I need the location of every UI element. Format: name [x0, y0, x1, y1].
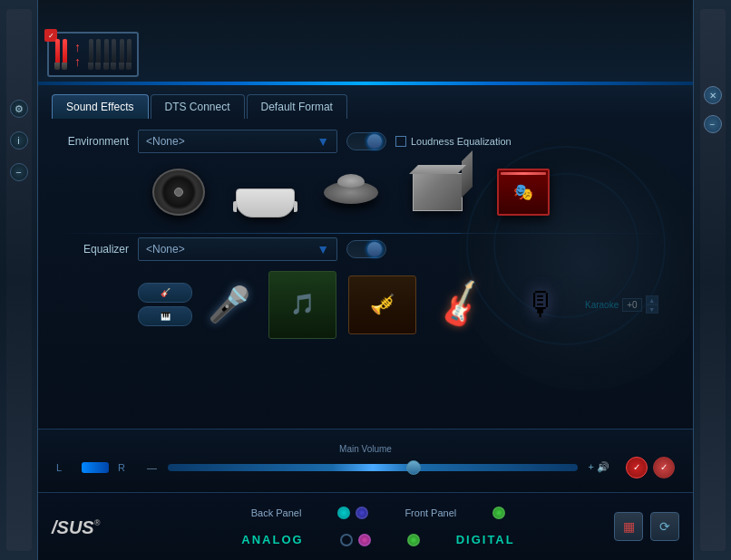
tab-sound-effects[interactable]: Sound Effects	[52, 94, 149, 119]
tab-dts-connect[interactable]: DTS Connect	[151, 94, 245, 119]
env-icon-box[interactable]	[401, 160, 473, 224]
center-content: ✓ ↑ ↑	[38, 0, 693, 560]
inactive-connector-3	[119, 39, 132, 70]
volume-section: Main Volume L R — + 🔊 ✓ ✓	[38, 429, 693, 492]
sidebar-icon-info[interactable]: i	[10, 131, 28, 150]
eq-guitar-icon: 🎸	[161, 288, 171, 297]
env-icon-stone[interactable]	[315, 160, 387, 224]
front-connector-1[interactable]	[492, 507, 505, 519]
back-panel-label: Back Panel	[251, 507, 302, 518]
volume-right-label: R	[118, 462, 136, 473]
eq-dropdown-arrow-icon: ▼	[317, 242, 329, 256]
panel-row: Back Panel Front Panel	[251, 507, 506, 519]
footer-center: Back Panel Front Panel ANALOG	[142, 507, 614, 546]
environment-dropdown[interactable]: <None> ▼	[138, 130, 337, 153]
footer-button-2[interactable]: ⟳	[650, 512, 679, 541]
connector-display: ✓ ↑ ↑	[47, 32, 139, 77]
dropdown-arrow-icon: ▼	[317, 134, 329, 149]
eq-icon-concert[interactable]: 🎵	[266, 268, 338, 341]
equalizer-value: <None>	[146, 243, 185, 256]
active-connector[interactable]	[54, 39, 67, 70]
equalizer-label: Equalizer	[56, 243, 129, 256]
left-sidebar-inner: ⚙ i −	[6, 9, 32, 551]
eq-icon-mic[interactable]: 🎙	[505, 268, 578, 341]
env-icon-vinyl[interactable]	[142, 160, 215, 224]
volume-row: L R — + 🔊 ✓ ✓	[56, 457, 675, 478]
volume-left-label: L	[56, 462, 74, 473]
sidebar-icon-minus[interactable]: −	[10, 163, 28, 181]
left-sidebar: ⚙ i −	[0, 0, 38, 560]
right-icon-minus[interactable]: −	[704, 115, 722, 133]
eq-toggle-knob	[367, 242, 382, 256]
eq-button-group: 🎸 🎹	[138, 283, 192, 326]
eq-keyboard-btn[interactable]: 🎹	[138, 306, 192, 326]
digital-connector[interactable]	[407, 534, 420, 546]
right-sidebar-inner: ✕ −	[700, 9, 726, 551]
back-connector-2[interactable]	[356, 507, 368, 519]
eq-guitar-btn[interactable]: 🎸	[138, 283, 192, 303]
toggle-knob	[367, 134, 382, 149]
right-sidebar: ✕ −	[693, 0, 731, 560]
mute-buttons: ✓ ✓	[626, 457, 675, 478]
volume-label: Main Volume	[56, 444, 675, 454]
asus-logo-text: /SUS	[52, 517, 94, 537]
footer-icon-2: ⟳	[659, 519, 670, 534]
footer-right-buttons: ▦ ⟳	[614, 512, 679, 541]
footer-button-1[interactable]: ▦	[614, 512, 643, 541]
inactive-connector-2	[103, 39, 116, 70]
digital-label: DIGITAL	[456, 533, 515, 546]
front-panel-connectors	[492, 507, 505, 519]
mute-button-1[interactable]: ✓	[626, 457, 648, 478]
volume-slider[interactable]	[168, 464, 578, 471]
main-content: Environment <None> ▼ Loudness Equalizati…	[38, 119, 693, 492]
trademark-symbol: ®	[94, 518, 101, 527]
analog-connector-1[interactable]	[340, 534, 353, 546]
analog-connectors	[340, 534, 371, 546]
tabs-area: Sound Effects DTS Connect Default Format	[38, 85, 693, 119]
analog-digital-row: ANALOG DIGITAL	[241, 533, 514, 546]
environment-label: Environment	[56, 135, 129, 148]
volume-level-indicator	[82, 462, 109, 473]
right-icon-x[interactable]: ✕	[704, 86, 722, 104]
loudness-label: Loudness Equalization	[411, 136, 512, 147]
environment-value: <None>	[146, 135, 185, 148]
app-container: ⚙ i − ✓	[0, 0, 731, 560]
analog-connector-2[interactable]	[358, 534, 371, 546]
back-connector-1[interactable]	[337, 507, 350, 519]
loudness-checkbox[interactable]	[395, 136, 406, 147]
asus-logo: /SUS®	[52, 514, 142, 539]
eq-icon-dj[interactable]: 🎺	[346, 268, 418, 341]
mute-button-2[interactable]: ✓	[653, 457, 675, 478]
inactive-connector-1	[88, 39, 101, 70]
front-panel-label: Front Panel	[404, 507, 456, 518]
sidebar-icon-gear[interactable]: ⚙	[10, 100, 28, 118]
env-icon-theater[interactable]: 🎭	[487, 160, 560, 224]
analog-label: ANALOG	[241, 533, 303, 546]
loudness-container: Loudness Equalization	[395, 136, 512, 147]
back-panel-connectors	[337, 507, 368, 519]
top-header: ✓ ↑ ↑	[38, 0, 693, 82]
eq-keyboard-icon: 🎹	[161, 312, 171, 321]
environment-toggle[interactable]	[346, 132, 386, 150]
tab-default-format[interactable]: Default Format	[247, 94, 347, 119]
arrow-up-icon-2: ↑	[74, 54, 81, 69]
equalizer-toggle[interactable]	[346, 240, 386, 258]
equalizer-dropdown[interactable]: <None> ▼	[138, 237, 337, 261]
volume-dash: —	[147, 462, 157, 473]
eq-icon-singer[interactable]: 🎤	[200, 268, 258, 341]
footer-icon-1: ▦	[623, 519, 635, 534]
volume-plus-icon: + 🔊	[589, 461, 609, 473]
footer: /SUS® Back Panel Front Panel ANALOG	[38, 492, 693, 560]
arrow-up-icon: ↑	[74, 40, 81, 54]
env-icon-bathtub[interactable]	[229, 160, 301, 224]
volume-thumb	[406, 460, 421, 475]
